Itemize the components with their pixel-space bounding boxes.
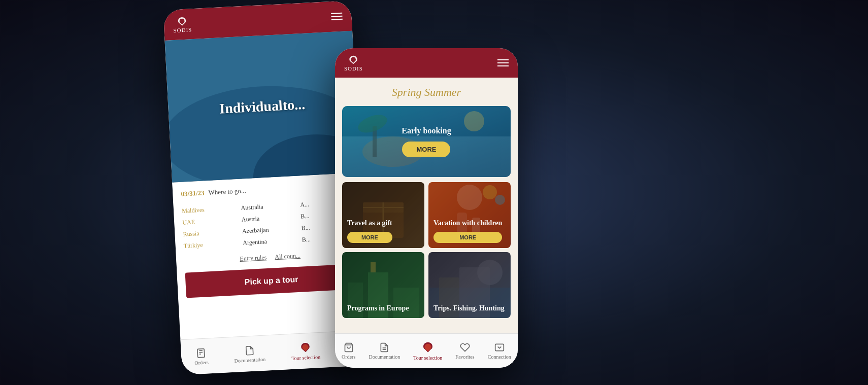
front-footer-doc-label: Documentation: [369, 354, 400, 360]
front-footer-connection-label: Connection: [488, 354, 511, 360]
early-booking-banner: Early booking MORE: [342, 106, 511, 177]
date-label: 03/31/23: [181, 189, 205, 198]
card-gift: Travel as a gift MORE: [342, 182, 424, 248]
back-logo-text: SODIS: [173, 26, 192, 33]
card-vacation-title: Vacation with children: [433, 219, 502, 228]
countries-grid: Maldives Australia A... UAE Austria B...…: [182, 197, 355, 251]
card-vacation-more-btn[interactable]: MORE: [433, 232, 502, 243]
country-russia[interactable]: Russia: [183, 227, 237, 239]
card-vacation-content: Vacation with children MORE: [433, 219, 502, 243]
front-footer-tour-label: Tour selection: [413, 355, 442, 361]
country-austria[interactable]: Austria: [241, 212, 295, 224]
entry-rules-link[interactable]: Entry rules: [240, 254, 267, 263]
svg-rect-0: [197, 348, 205, 357]
country-maldives[interactable]: Maldives: [182, 203, 236, 216]
svg-rect-37: [495, 344, 504, 351]
front-footer-tour[interactable]: Tour selection: [413, 341, 442, 361]
all-countries-link[interactable]: All coun...: [275, 252, 301, 261]
front-footer-orders[interactable]: Orders: [342, 342, 355, 360]
country-uae[interactable]: UAE: [182, 215, 236, 227]
early-booking-inner: Early booking MORE: [402, 126, 451, 157]
footer-documentation[interactable]: Documentation: [233, 344, 265, 363]
country-argentina[interactable]: Argentina: [243, 235, 296, 248]
country-australia[interactable]: Australia: [241, 200, 294, 213]
pick-tour-button[interactable]: Pick up a tour: [185, 264, 358, 298]
country-turkiye[interactable]: Türkiye: [183, 238, 237, 251]
front-footer-orders-label: Orders: [342, 354, 355, 360]
spring-summer-title: Spring Summer: [342, 86, 511, 99]
front-logo-text: SODIS: [344, 65, 363, 72]
front-phone-footer: Orders Documentation Tour selection Favo…: [335, 333, 518, 368]
where-label: Where to go...: [208, 187, 246, 197]
card-gift-title: Travel as a gift: [347, 219, 392, 228]
front-phone-body: Spring Summer Early booking MORE: [335, 78, 518, 333]
card-fishing-content: Trips. Fishing. Hunting: [433, 304, 505, 313]
front-phone-header: SODIS: [335, 48, 518, 78]
front-footer-favorites-label: Favorites: [455, 354, 474, 360]
front-phone-logo: SODIS: [344, 54, 363, 72]
front-footer-documentation[interactable]: Documentation: [369, 342, 400, 360]
footer-tour-label: Tour selection: [291, 354, 320, 361]
back-phone-hero: Individualto...: [165, 31, 360, 183]
card-vacation: Vacation with children MORE: [428, 182, 511, 248]
card-gift-content: Travel as a gift MORE: [347, 219, 392, 243]
card-programs-content: Programs in Europe: [347, 304, 409, 313]
back-phone-menu[interactable]: [331, 13, 343, 20]
footer-tour-selection[interactable]: Tour selection: [291, 341, 321, 361]
date-where-row: 03/31/23 Where to go...: [181, 181, 352, 198]
card-gift-more-btn[interactable]: MORE: [347, 232, 392, 243]
card-programs: Programs in Europe: [342, 252, 424, 318]
early-booking-more-btn[interactable]: MORE: [402, 142, 450, 157]
card-fishing-title: Trips. Fishing. Hunting: [433, 304, 505, 313]
back-phone-logo: SODIS: [173, 15, 192, 33]
links-row: Entry rules All coun...: [184, 249, 356, 266]
svg-point-9: [464, 111, 484, 131]
footer-orders[interactable]: Orders: [194, 347, 209, 365]
footer-doc-label: Documentation: [234, 356, 265, 363]
card-fishing: Trips. Fishing. Hunting: [428, 252, 511, 318]
front-footer-favorites[interactable]: Favorites: [455, 342, 474, 360]
front-footer-connection[interactable]: Connection: [488, 342, 511, 360]
front-phone-menu[interactable]: [497, 59, 509, 66]
back-hero-title: Individualto...: [219, 96, 305, 117]
early-booking-text: Early booking: [402, 126, 451, 135]
card-programs-title: Programs in Europe: [347, 304, 409, 313]
cards-grid: Travel as a gift MORE Vacation with: [342, 182, 511, 318]
footer-orders-label: Orders: [194, 359, 209, 365]
phone-front: SODIS Spring Summer Early booking MORE: [335, 48, 518, 368]
country-azerbaijan[interactable]: Azerbaijan: [242, 224, 296, 236]
